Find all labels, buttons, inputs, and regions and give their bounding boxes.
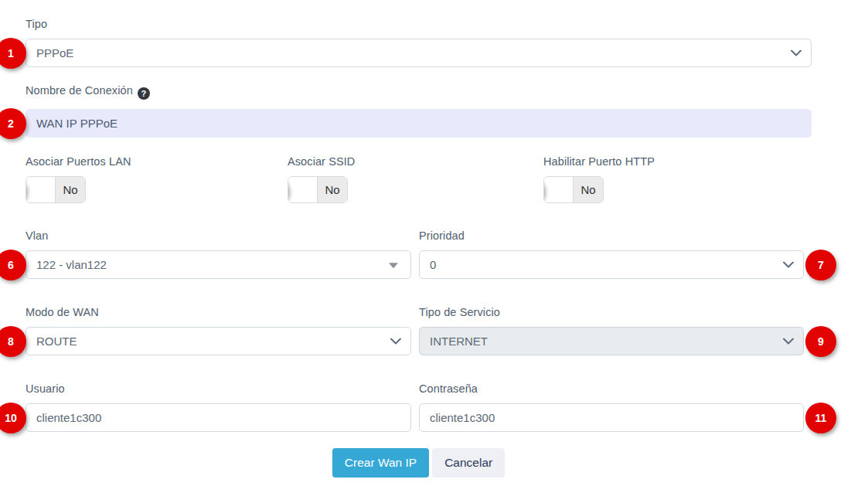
tipo-label: Tipo	[26, 19, 812, 29]
modo-wan-select[interactable]: ROUTE 8	[26, 327, 411, 355]
field-contrasena: Contraseña 11	[419, 383, 804, 432]
tipo-servicio-select: INTERNET 9	[419, 327, 804, 355]
tipo-servicio-label: Tipo de Servicio	[419, 307, 804, 318]
field-vlan: Vlan 122 - vlan122 6	[26, 230, 411, 279]
toggle-handle	[26, 177, 56, 202]
field-tipo-servicio: Tipo de Servicio INTERNET 9	[419, 307, 804, 355]
field-prioridad: Prioridad 0 7	[419, 230, 804, 279]
habilitar-puerto-http-label: Habilitar Puerto HTTP	[543, 156, 812, 167]
wan-create-form: Tipo PPPoE 1 Nombre de Conexión? 2 Asoci…	[26, 0, 812, 478]
field-asociar-ssid: Asociar SSID No 4	[288, 156, 543, 203]
prioridad-select-value: 0	[430, 258, 436, 271]
vlan-prioridad-row: Vlan 122 - vlan122 6 Prioridad 0 7	[26, 230, 812, 279]
cancelar-button[interactable]: Cancelar	[432, 448, 505, 478]
chevron-down-icon	[791, 49, 802, 56]
step-badge-6: 6	[0, 250, 26, 280]
tipo-select[interactable]: PPPoE 1	[26, 39, 812, 67]
contrasena-input[interactable]	[420, 404, 803, 431]
asociar-ssid-toggle[interactable]: No 4	[288, 176, 348, 203]
toggle-state: No	[56, 177, 85, 202]
nombre-conexion-field: 2	[26, 109, 812, 138]
step-badge-11: 11	[805, 403, 836, 433]
step-badge-2: 2	[0, 108, 26, 139]
toggle-handle	[288, 177, 318, 202]
credentials-row: Usuario 10 Contraseña 11	[26, 383, 812, 432]
step-badge-1: 1	[0, 38, 26, 69]
field-habilitar-puerto-http: Habilitar Puerto HTTP No 5	[543, 156, 812, 203]
chevron-down-icon	[390, 338, 401, 345]
habilitar-puerto-http-toggle[interactable]: No 5	[543, 176, 604, 203]
contrasena-field: 11	[419, 403, 804, 432]
tipo-servicio-select-value: INTERNET	[430, 335, 488, 348]
field-asociar-puertos-lan: Asociar Puertos LAN No 3	[26, 156, 288, 203]
step-badge-8: 8	[0, 326, 26, 357]
chevron-down-icon	[783, 338, 794, 345]
toggle-state: No	[574, 177, 603, 202]
nombre-conexion-input[interactable]	[26, 110, 811, 137]
step-badge-10: 10	[0, 403, 26, 433]
asociar-ssid-label: Asociar SSID	[288, 156, 543, 167]
step-badge-9: 9	[805, 326, 836, 357]
toggle-state: No	[318, 177, 347, 202]
usuario-field: 10	[26, 403, 411, 432]
help-icon[interactable]: ?	[138, 87, 150, 100]
form-actions: Crear Wan IP Cancelar	[26, 448, 812, 478]
crear-wan-ip-button[interactable]: Crear Wan IP	[332, 448, 429, 478]
vlan-select-value: 122 - vlan122	[36, 258, 107, 271]
prioridad-select[interactable]: 0 7	[419, 250, 804, 279]
field-nombre-conexion: Nombre de Conexión? 2	[26, 85, 812, 138]
modo-wan-select-value: ROUTE	[36, 335, 77, 348]
asociar-puertos-lan-label: Asociar Puertos LAN	[26, 156, 288, 167]
vlan-select[interactable]: 122 - vlan122 6	[26, 250, 411, 279]
contrasena-label: Contraseña	[419, 383, 804, 394]
field-usuario: Usuario 10	[26, 383, 411, 432]
field-modo-wan: Modo de WAN ROUTE 8	[26, 307, 411, 355]
modo-servicio-row: Modo de WAN ROUTE 8 Tipo de Servicio INT…	[26, 307, 812, 355]
vlan-label: Vlan	[26, 230, 411, 241]
dropdown-arrow-icon	[389, 263, 398, 268]
field-tipo: Tipo PPPoE 1	[26, 19, 812, 67]
modo-wan-label: Modo de WAN	[26, 307, 411, 318]
usuario-label: Usuario	[26, 383, 411, 394]
tipo-select-value: PPPoE	[36, 46, 73, 59]
asociar-puertos-lan-toggle[interactable]: No 3	[26, 176, 86, 203]
chevron-down-icon	[783, 261, 794, 268]
usuario-input[interactable]	[26, 404, 410, 431]
toggle-handle	[544, 177, 574, 202]
toggles-row: Asociar Puertos LAN No 3 Asociar SSID No…	[26, 156, 812, 203]
step-badge-7: 7	[805, 250, 836, 280]
nombre-conexion-label-text: Nombre de Conexión	[26, 84, 133, 97]
prioridad-label: Prioridad	[419, 230, 804, 241]
nombre-conexion-label: Nombre de Conexión?	[26, 85, 812, 100]
